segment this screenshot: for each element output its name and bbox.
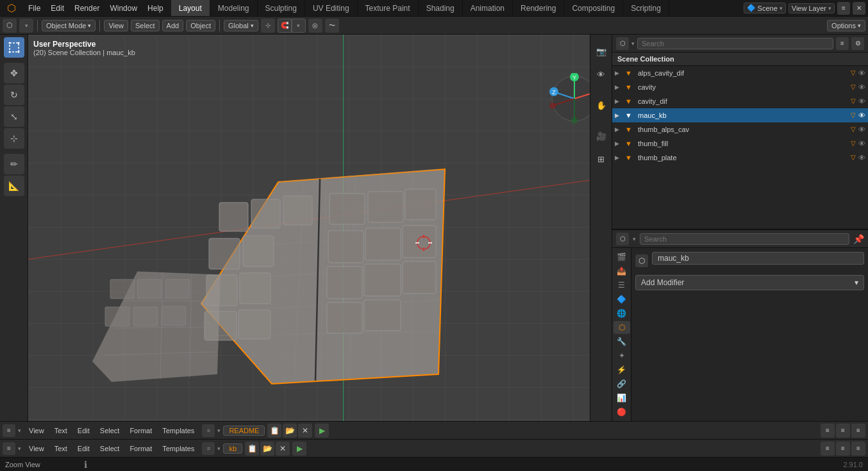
outliner-item[interactable]: ▶ ▼ thumb_fill ▽ 👁	[612, 136, 868, 151]
prop-tab-view-layer[interactable]: ☰	[613, 279, 630, 292]
text-editor-icon-1[interactable]: ≡	[202, 424, 215, 437]
scene-selector[interactable]: 🔷 Scene ▾	[744, 3, 786, 13]
outliner-type-dropdown[interactable]: ▾	[631, 40, 635, 47]
prop-tab-output[interactable]: 📤	[613, 265, 630, 277]
viewport-camera-icon[interactable]: 👁	[591, 64, 612, 85]
rotate-tool-icon[interactable]: ↻	[4, 85, 24, 105]
proportional-edit-icon[interactable]: ◎	[308, 19, 322, 33]
orthographic-icon[interactable]: ⊞	[591, 149, 612, 169]
text-editor-dropdown-1[interactable]: ▾	[217, 427, 221, 434]
properties-type-dropdown[interactable]: ▾	[633, 236, 636, 242]
outliner-search-input[interactable]	[637, 38, 833, 49]
visibility-icon[interactable]: 👁	[858, 69, 865, 77]
visibility-icon[interactable]: 👁	[858, 97, 865, 105]
line-num-icon-2[interactable]: ≡	[836, 442, 850, 456]
menu-select-1[interactable]: Select	[95, 426, 125, 436]
snap-icon[interactable]: 🧲	[278, 19, 292, 33]
outliner-item[interactable]: ▶ ▼ cavity_dif ▽ 👁	[612, 94, 868, 108]
tab-modeling[interactable]: Modeling	[210, 0, 258, 16]
word-wrap-icon-2[interactable]: ≡	[821, 442, 835, 456]
viewport-3d[interactable]: User Perspective (20) Scene Collection |…	[28, 35, 612, 421]
filter-icon[interactable]: ▽	[851, 69, 856, 77]
tab-texture-paint[interactable]: Texture Paint	[358, 0, 419, 16]
syntax-highlight-icon-1[interactable]: ≡	[851, 424, 865, 438]
tab-layout[interactable]: Layout	[171, 0, 210, 16]
menu-window[interactable]: Window	[104, 3, 142, 14]
outliner-filter-btn[interactable]: ≡	[836, 37, 849, 50]
menu-text-1[interactable]: Text	[49, 426, 72, 436]
new-file-icon-1[interactable]: 📋	[267, 424, 281, 438]
outliner-item-selected[interactable]: ▶ ▼ mauc_kb ▽ 👁	[612, 108, 868, 122]
line-num-icon-1[interactable]: ≡	[836, 424, 850, 438]
outliner-settings-btn[interactable]: ⚙	[851, 37, 864, 50]
transform-origin-dropdown[interactable]: Global	[224, 20, 258, 31]
menu-select-2[interactable]: Select	[95, 443, 125, 454]
object-menu-btn[interactable]: Object	[186, 20, 215, 31]
menu-view-2[interactable]: View	[24, 443, 49, 454]
settings-icon[interactable]: ✕	[853, 2, 865, 15]
run-script-icon-2[interactable]: ▶	[292, 442, 306, 456]
editor-type-icon[interactable]: ⬡	[3, 19, 17, 33]
word-wrap-icon-1[interactable]: ≡	[821, 424, 835, 438]
filter-icon[interactable]: ▽	[851, 154, 856, 161]
prop-tab-object[interactable]: ⬡	[613, 321, 630, 334]
curve-icon[interactable]: 〜	[325, 19, 339, 33]
outliner-item[interactable]: ▶ ▼ alps_cavity_dif ▽ 👁	[612, 66, 868, 80]
tab-shading[interactable]: Shading	[419, 0, 463, 16]
add-modifier-button[interactable]: Add Modifier ▾	[635, 275, 864, 290]
close-file-icon-2[interactable]: ✕	[276, 442, 290, 456]
new-file-icon-2[interactable]: 📋	[245, 442, 259, 456]
open-file-icon-2[interactable]: 📂	[260, 442, 274, 456]
pan-icon[interactable]: ✋	[591, 95, 612, 115]
prop-tab-physics[interactable]: ⚡	[613, 363, 630, 376]
tab-scripting[interactable]: Scripting	[623, 0, 669, 16]
camera-view-icon[interactable]: 📷	[591, 41, 612, 62]
render-camera-icon[interactable]: 🎥	[591, 126, 612, 146]
view-layer-selector[interactable]: View Layer ▾	[789, 3, 835, 13]
prop-tab-scene[interactable]: 🔷	[613, 293, 630, 306]
add-menu-btn[interactable]: Add	[162, 20, 184, 31]
outliner-item[interactable]: ▶ ▼ cavity ▽ 👁	[612, 80, 868, 94]
properties-search-input[interactable]	[640, 233, 849, 245]
menu-edit-1[interactable]: Edit	[72, 426, 95, 436]
visibility-icon[interactable]: 👁	[858, 140, 865, 147]
menu-templates-1[interactable]: Templates	[157, 426, 199, 436]
outliner-item[interactable]: ▶ ▼ thumb_plate ▽ 👁	[612, 151, 868, 165]
syntax-highlight-icon-2[interactable]: ≡	[851, 442, 865, 456]
object-name-input[interactable]	[652, 252, 864, 265]
options-dropdown[interactable]: Options	[827, 20, 865, 31]
outliner-type-icon[interactable]: ⬡	[616, 37, 629, 50]
run-script-icon-1[interactable]: ▶	[315, 424, 329, 438]
text-editor-dropdown-2[interactable]: ▾	[217, 445, 221, 452]
filename-readme[interactable]: README	[223, 426, 265, 436]
menu-edit[interactable]: Edit	[46, 3, 69, 14]
view-menu-btn[interactable]: View	[104, 20, 128, 31]
prop-tab-constraints[interactable]: 🔗	[613, 377, 630, 390]
annotate-tool-icon[interactable]: ✏	[4, 154, 24, 174]
outliner-filter-icon[interactable]: ≡	[837, 2, 850, 15]
filter-icon[interactable]: ▽	[851, 126, 856, 133]
menu-edit-2[interactable]: Edit	[72, 443, 95, 454]
select-menu-btn[interactable]: Select	[131, 20, 160, 31]
snap-dropdown-icon[interactable]: ▾	[292, 19, 306, 33]
measure-tool-icon[interactable]: 📐	[4, 176, 24, 196]
editor-dropdown-2[interactable]: ▾	[18, 445, 21, 452]
transform-tool-icon[interactable]: ⊹	[4, 128, 24, 149]
close-file-icon-1[interactable]: ✕	[298, 424, 312, 438]
visibility-icon[interactable]: 👁	[858, 112, 865, 119]
filename-kb[interactable]: kb	[223, 443, 242, 454]
menu-format-2[interactable]: Format	[124, 443, 157, 454]
menu-text-2[interactable]: Text	[49, 443, 72, 454]
tab-uv-editing[interactable]: UV Editing	[305, 0, 358, 16]
visibility-icon[interactable]: 👁	[858, 126, 865, 133]
object-mode-dropdown[interactable]: Object Mode	[42, 20, 96, 31]
filter-icon[interactable]: ▽	[851, 112, 856, 119]
scale-tool-icon[interactable]: ⤡	[4, 106, 24, 127]
prop-tab-render[interactable]: 🎬	[613, 251, 630, 263]
prop-tab-data[interactable]: 📊	[613, 392, 630, 404]
open-file-icon-1[interactable]: 📂	[283, 424, 297, 438]
pin-icon[interactable]: 📌	[853, 234, 864, 244]
select-tool-icon[interactable]	[4, 37, 24, 58]
transform-pivot-icon[interactable]: ⊹	[261, 19, 275, 33]
move-tool-icon[interactable]: ✥	[4, 63, 24, 83]
